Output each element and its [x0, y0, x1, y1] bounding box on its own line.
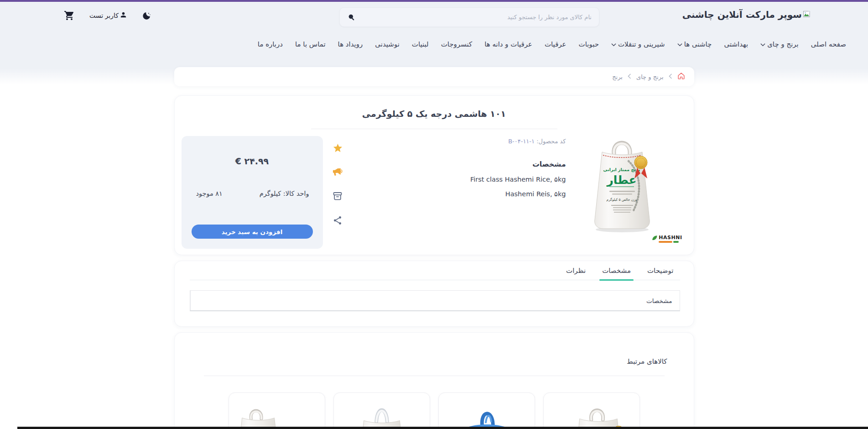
spec-table-empty-cell — [190, 291, 314, 310]
nav-item-legumes[interactable]: حبوبات — [579, 40, 599, 48]
nav-item-dairy[interactable]: لبنیات — [412, 40, 429, 48]
nav-item-seasonings[interactable]: چاشنی ها — [677, 40, 712, 48]
user-menu[interactable]: کاربر تست — [89, 11, 127, 20]
cart-icon[interactable] — [64, 10, 75, 21]
nav-item-rice-tea[interactable]: برنج و چای — [760, 40, 799, 48]
spec-table: مشخصات — [190, 290, 680, 311]
related-product-card[interactable] — [543, 392, 640, 429]
product-image-rice-bag: برنج ممتاز ایرانی عطار وزن خالص ۵ کیلوگر… — [586, 134, 660, 233]
nav-item-sweets-snacks[interactable]: شیرینی و تنقلات — [611, 40, 665, 48]
title-divider — [311, 129, 557, 129]
search-input[interactable] — [356, 14, 592, 21]
tabs: توضیحات مشخصات نظرات — [190, 261, 680, 280]
tab-comments[interactable]: نظرات — [566, 267, 586, 280]
chevron-down-icon — [677, 40, 682, 48]
page: سوپر مارکت آنلاین چاشنی کاربر تست — [0, 0, 868, 429]
watermark-text: HASHNI — [659, 235, 682, 241]
related-product-image — [572, 402, 625, 429]
nav-item-contact-us[interactable]: تماس با ما — [295, 40, 326, 48]
product-code-label: کد محصول: — [536, 138, 566, 145]
product-action-icons — [332, 143, 343, 225]
bottom-edge-bar — [17, 427, 868, 429]
header: سوپر مارکت آنلاین چاشنی کاربر تست — [0, 2, 868, 67]
search-icon[interactable] — [347, 13, 356, 22]
nav-item-distillates-seeds[interactable]: عرقیات و دانه ها — [484, 40, 532, 48]
product-code-value: B-۰۴-۱۱-۱ — [508, 138, 535, 145]
related-divider — [204, 376, 665, 376]
bag-brand-text: عطار — [606, 173, 636, 187]
add-to-cart-button[interactable]: افزودن به سبد خرید — [192, 225, 313, 239]
product-tabs-card: توضیحات مشخصات نظرات مشخصات — [174, 261, 694, 327]
hashni-watermark: HASHNI — [651, 234, 682, 243]
header-controls: کاربر تست — [64, 10, 151, 21]
related-product-image — [234, 402, 288, 429]
related-heading: کالاهای مرتبط — [175, 333, 694, 366]
nav-item-hygiene[interactable]: بهداشتی — [724, 40, 748, 48]
specs-heading: مشخصات — [370, 160, 566, 168]
home-icon[interactable] — [677, 72, 685, 81]
product-title: ۱۰۱ هاشمی درجه یک ۵ کیلوگرمی — [175, 96, 694, 119]
related-product-image — [355, 402, 409, 429]
unit-label: واحد کالا: کیلوگرم — [260, 190, 309, 197]
main-nav: صفحه اصلی برنج و چای بهداشتی چاشنی ها شی… — [258, 40, 846, 48]
product-price: € ۲۴.۹۹ — [182, 156, 323, 166]
tab-specifications[interactable]: مشخصات — [602, 267, 631, 280]
search-bar — [339, 7, 599, 27]
archive-box-icon[interactable] — [332, 191, 343, 202]
product-specs-block: کد محصول: B-۰۴-۱۱-۱ مشخصات First class H… — [370, 138, 566, 198]
logo-text: سوپر مارکت آنلاین چاشنی — [682, 9, 802, 20]
nav-item-events[interactable]: رویداد ها — [338, 40, 363, 48]
bag-weight-text: وزن خالص ۵ کیلوگرم — [606, 198, 637, 202]
nav-item-distillates[interactable]: عرقیات — [545, 40, 567, 48]
breadcrumb-rice[interactable]: برنج — [612, 73, 623, 80]
product-detail-card: ۱۰۱ هاشمی درجه یک ۵ کیلوگرمی € ۲۴.۹۹ واح… — [174, 95, 694, 255]
stock-label: ۸۱ موجود — [196, 190, 223, 197]
related-product-image — [460, 402, 514, 429]
spec-table-row-label: مشخصات — [314, 291, 680, 310]
favorite-star-icon[interactable] — [333, 143, 343, 153]
theme-toggle-moon-icon[interactable] — [142, 11, 151, 21]
chevron-down-icon — [760, 40, 765, 48]
user-icon — [120, 11, 127, 20]
spec-line: First class Hashemi Rice, ۵kg — [370, 176, 566, 183]
site-logo[interactable]: سوپر مارکت آنلاین چاشنی — [682, 9, 811, 20]
chevron-left-icon — [669, 73, 672, 80]
megaphone-icon[interactable] — [332, 167, 343, 177]
chevron-down-icon — [611, 40, 616, 48]
breadcrumb: برنج و چای برنج — [174, 67, 694, 86]
watermark-subline — [659, 241, 682, 243]
tab-descriptions[interactable]: توضیحات — [647, 267, 674, 280]
nav-item-about-us[interactable]: درباره ما — [258, 40, 283, 48]
related-product-card[interactable] — [438, 392, 535, 429]
related-products-card: کالاهای مرتبط — [174, 332, 694, 429]
bag-tagline-text: برنج ممتاز ایرانی — [603, 167, 640, 173]
related-product-card[interactable] — [229, 392, 325, 429]
broken-image-icon — [803, 9, 811, 20]
related-products-row — [175, 392, 694, 429]
leaf-icon — [651, 234, 658, 243]
nav-item-canned-goods[interactable]: کنسروجات — [441, 40, 473, 48]
user-label: کاربر تست — [89, 12, 119, 19]
chevron-left-icon — [628, 73, 631, 80]
share-icon[interactable] — [333, 215, 343, 225]
breadcrumb-rice-tea[interactable]: برنج و چای — [636, 73, 664, 80]
related-product-card[interactable] — [333, 392, 430, 429]
purchase-box: € ۲۴.۹۹ واحد کالا: کیلوگرم ۸۱ موجود افزو… — [182, 136, 323, 249]
nav-item-home-page[interactable]: صفحه اصلی — [811, 40, 846, 48]
spec-line: Hashemi Reis, ۵kg — [370, 190, 566, 198]
nav-item-drinks[interactable]: نوشیدنی — [375, 40, 400, 48]
